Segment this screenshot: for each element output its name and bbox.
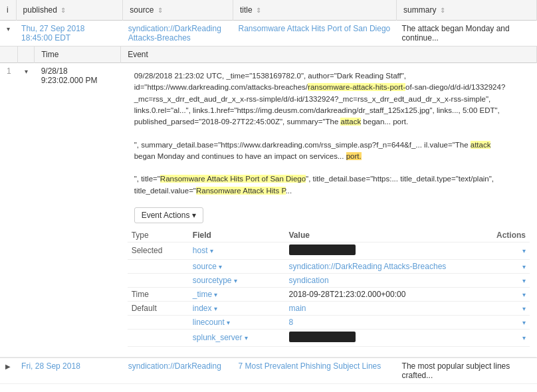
time-value-text: 2018-09-28T21:23:02.000+00:00 xyxy=(289,290,406,299)
bottom-row-source[interactable]: syndication://DarkReading xyxy=(123,357,233,383)
field-type-empty4 xyxy=(128,329,189,346)
inner-header-row: Time Event xyxy=(0,47,536,63)
row-num-label: 1 xyxy=(7,66,11,76)
source-field-link[interactable]: source xyxy=(193,262,217,271)
sort-icon-published: ⇕ xyxy=(60,7,66,14)
linecount-field-link[interactable]: linecount xyxy=(193,318,225,327)
fields-header-actions: Actions xyxy=(477,229,530,243)
inner-event-content: 09/28/2018 21:23:02 UTC, _time="15381697… xyxy=(121,63,536,357)
inner-time-line1: 9/28/18 xyxy=(41,66,68,76)
index-field-link[interactable]: index xyxy=(193,304,212,313)
linecount-value-text: 8 xyxy=(289,318,294,327)
field-name-index[interactable]: index ▾ xyxy=(189,301,285,315)
source-field-chevron: ▾ xyxy=(219,263,222,270)
field-action-source[interactable]: ▾ xyxy=(477,259,530,273)
field-value-time: 2018-09-28T21:23:02.000+00:00 xyxy=(285,287,477,301)
source-action-chevron: ▾ xyxy=(522,263,526,270)
sourcetype-field-chevron: ▾ xyxy=(234,277,237,284)
field-value-source: syndication://DarkReading Attacks-Breach… xyxy=(285,259,477,273)
linecount-field-chevron: ▾ xyxy=(227,319,230,326)
field-action-host[interactable]: ▾ xyxy=(477,242,530,259)
index-action-chevron: ▾ xyxy=(522,305,526,312)
field-action-time[interactable]: ▾ xyxy=(477,287,530,301)
time-field-link[interactable]: _time xyxy=(193,290,212,299)
col-header-source[interactable]: source ⇕ xyxy=(123,0,233,21)
col-source-label: source xyxy=(130,5,154,15)
highlight-6: Ransomware Attack Hits P xyxy=(196,187,286,195)
splunk-server-value-masked xyxy=(289,332,356,342)
field-value-index: main xyxy=(285,301,477,315)
host-field-chevron: ▾ xyxy=(210,247,213,254)
fields-header-value: Value xyxy=(285,229,477,243)
field-row-time-time: Time _time ▾ 2018-09-28T21:23:02.000+00:… xyxy=(128,287,530,301)
field-row-default-splunk-server: splunk_server ▾ ▾ xyxy=(128,329,530,346)
sourcetype-action-chevron: ▾ xyxy=(522,277,526,284)
highlight-1: ransomware-attack-hits-port- xyxy=(308,83,405,91)
inner-expand-down-icon: ▾ xyxy=(25,68,28,75)
field-name-sourcetype[interactable]: sourcetype ▾ xyxy=(189,273,285,287)
inner-row-toggle[interactable]: ▾ xyxy=(18,63,35,357)
inner-row-num: 1 xyxy=(0,63,18,357)
inner-col-expand xyxy=(18,47,35,63)
field-name-source[interactable]: source ▾ xyxy=(189,259,285,273)
event-actions-label: Event Actions xyxy=(142,211,190,220)
event-actions-area: Event Actions ▾ xyxy=(128,201,530,229)
row1-published: Thu, 27 Sep 2018 18:45:00 EDT xyxy=(16,21,123,47)
event-text-block: 09/28/2018 21:23:02 UTC, _time="15381697… xyxy=(128,66,513,201)
row1-title[interactable]: Ransomware Attack Hits Port of San Diego xyxy=(233,21,396,47)
col-published-label: published xyxy=(23,5,57,15)
row1-expand-toggle[interactable]: ▾ xyxy=(0,21,16,47)
bottom-row-published: Fri, 28 Sep 2018 xyxy=(16,357,123,383)
field-type-empty2 xyxy=(128,273,189,287)
field-type-time: Time xyxy=(128,287,189,301)
field-action-sourcetype[interactable]: ▾ xyxy=(477,273,530,287)
bottom-row-expand[interactable]: ▶ xyxy=(0,357,16,383)
field-action-splunk-server[interactable]: ▾ xyxy=(477,329,530,346)
row1-expanded-area: Time Event 1 ▾ xyxy=(0,47,537,358)
field-value-host xyxy=(285,242,477,259)
row1-source[interactable]: syndication://DarkReading Attacks-Breach… xyxy=(123,21,233,47)
col-header-title[interactable]: title ⇕ xyxy=(233,0,396,21)
inner-col-event: Event xyxy=(121,47,536,63)
event-actions-button[interactable]: Event Actions ▾ xyxy=(134,207,203,223)
row1-published-line1: Thu, 27 Sep 2018 xyxy=(21,24,118,33)
field-row-selected-source: source ▾ syndication://DarkReading Attac… xyxy=(128,259,530,273)
splunk-server-action-chevron: ▾ xyxy=(522,334,526,342)
field-type-empty3 xyxy=(128,315,189,329)
col-title-label: title xyxy=(240,5,253,15)
field-name-time[interactable]: _time ▾ xyxy=(189,287,285,301)
splunk-server-field-link[interactable]: splunk_server xyxy=(193,333,243,342)
table-header-row: i published ⇕ source ⇕ title ⇕ summary ⇕ xyxy=(0,0,537,21)
col-i-label: i xyxy=(7,5,9,15)
field-type-default: Default xyxy=(128,301,189,315)
field-name-host[interactable]: host ▾ xyxy=(189,242,285,259)
event-fields-table: Type Field Value Actions xyxy=(128,229,530,347)
host-action-chevron: ▾ xyxy=(522,247,526,254)
host-field-link[interactable]: host xyxy=(193,246,208,255)
field-name-splunk-server[interactable]: splunk_server ▾ xyxy=(189,329,285,346)
col-summary-label: summary xyxy=(403,5,436,15)
field-action-linecount[interactable]: ▾ xyxy=(477,315,530,329)
sourcetype-value-text: syndication xyxy=(289,276,329,285)
expand-down-icon: ▾ xyxy=(7,25,10,33)
col-header-published[interactable]: published ⇕ xyxy=(16,0,123,21)
field-type-empty1 xyxy=(128,259,189,273)
field-value-sourcetype: syndication xyxy=(285,273,477,287)
event-line2: ", summary_detail.base="https://www.dark… xyxy=(134,140,506,163)
field-value-linecount: 8 xyxy=(285,315,477,329)
row1-summary: The attack began Monday and continue... xyxy=(397,21,537,47)
highlight-3: attack xyxy=(471,141,491,149)
bottom-row-title[interactable]: 7 Most Prevalent Phishing Subject Lines xyxy=(233,357,396,383)
highlight-4: port. xyxy=(346,152,362,160)
sourcetype-field-link[interactable]: sourcetype xyxy=(193,276,232,285)
sort-icon-summary: ⇕ xyxy=(440,7,445,14)
col-header-summary[interactable]: summary ⇕ xyxy=(397,0,537,21)
event-line3: ", title="Ransomware Attack Hits Port of… xyxy=(134,173,506,197)
inner-table: Time Event 1 ▾ xyxy=(0,47,537,357)
fields-header-row: Type Field Value Actions xyxy=(128,229,530,243)
field-name-linecount[interactable]: linecount ▾ xyxy=(189,315,285,329)
highlight-2: attack xyxy=(340,118,361,126)
field-row-default-linecount: linecount ▾ 8 ▾ xyxy=(128,315,530,329)
field-action-index[interactable]: ▾ xyxy=(477,301,530,315)
field-row-selected-host: Selected host ▾ xyxy=(128,242,530,259)
